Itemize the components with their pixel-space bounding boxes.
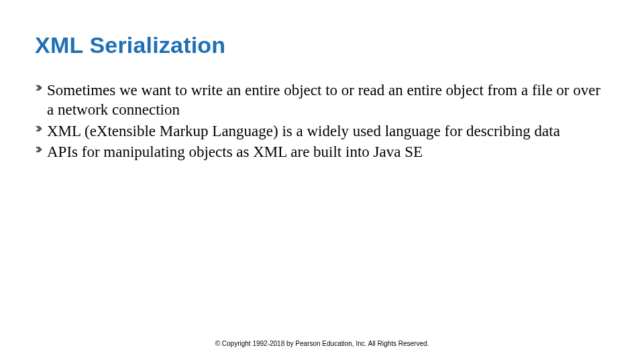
bullet-arrow-icon — [35, 125, 47, 132]
bullet-text: Sometimes we want to write an entire obj… — [47, 80, 609, 120]
bullet-item: APIs for manipulating objects as XML are… — [35, 142, 609, 162]
bullet-item: Sometimes we want to write an entire obj… — [35, 80, 609, 120]
bullet-text: APIs for manipulating objects as XML are… — [47, 142, 609, 162]
bullet-arrow-icon — [35, 84, 47, 91]
slide-body: Sometimes we want to write an entire obj… — [35, 80, 609, 164]
copyright-footer: © Copyright 1992-2018 by Pearson Educati… — [0, 340, 644, 347]
bullet-item: XML (eXtensible Markup Language) is a wi… — [35, 121, 609, 141]
bullet-arrow-icon — [35, 146, 47, 153]
slide-title: XML Serialization — [35, 32, 225, 58]
bullet-text: XML (eXtensible Markup Language) is a wi… — [47, 121, 609, 141]
slide: XML Serialization Sometimes we want to w… — [0, 0, 644, 362]
